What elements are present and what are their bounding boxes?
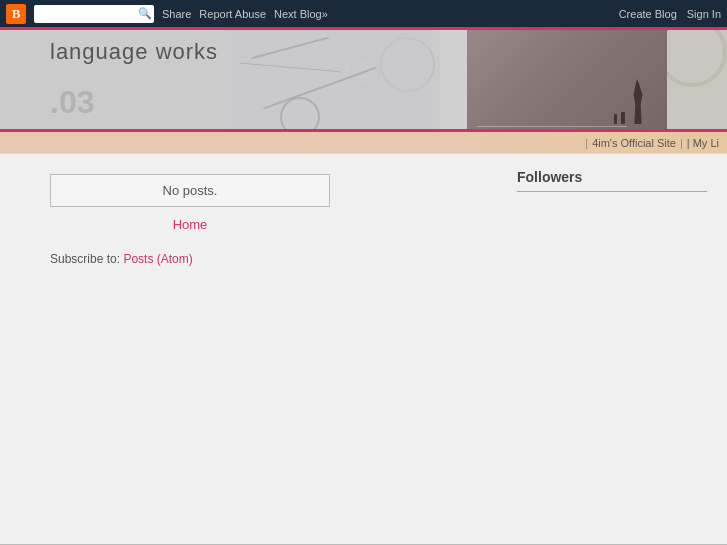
strip-link-1[interactable]: 4im's Official Site: [592, 137, 676, 149]
header-number: .03: [50, 84, 94, 121]
deco-circle-3: [280, 97, 320, 132]
no-posts-box: No posts.: [50, 174, 330, 207]
blog-header: language works .03: [0, 27, 727, 132]
subscribe-line: Subscribe to: Posts (Atom): [50, 252, 467, 266]
followers-divider: [517, 191, 707, 192]
strip-sep-2: |: [680, 137, 683, 149]
deco-gear-circle: [667, 27, 727, 87]
no-posts-text: No posts.: [163, 183, 218, 198]
ground-line: [477, 126, 627, 127]
subscribe-link[interactable]: Posts (Atom): [123, 252, 192, 266]
header-photo: [467, 27, 667, 132]
home-link[interactable]: Home: [50, 217, 330, 232]
blogger-logo-letter: B: [12, 6, 21, 22]
color-strip: | 4im's Official Site | | My Li: [0, 132, 727, 154]
subscribe-prefix: Subscribe to:: [50, 252, 123, 266]
blog-title: language works: [50, 39, 218, 65]
deco-map: [230, 27, 430, 132]
header-photo-inner: [467, 27, 667, 132]
strip-sep-1: |: [585, 137, 588, 149]
navbar: B 🔍 Share Report Abuse Next Blog» Create…: [0, 0, 727, 27]
nav-right: Create Blog Sign In: [619, 8, 721, 20]
next-blog-link[interactable]: Next Blog»: [274, 8, 328, 20]
header-photo-area: [467, 27, 727, 132]
header-top-strip: [0, 27, 727, 30]
sign-in-link[interactable]: Sign In: [687, 8, 721, 20]
header-right-deco: [667, 27, 727, 132]
share-link[interactable]: Share: [162, 8, 191, 20]
person-2: [614, 114, 617, 124]
blogger-logo[interactable]: B: [6, 4, 26, 24]
deco-line-3: [263, 67, 376, 110]
strip-link-2[interactable]: | My Li: [687, 137, 719, 149]
statue-silhouette: [629, 79, 647, 124]
person-1: [621, 112, 625, 124]
create-blog-link[interactable]: Create Blog: [619, 8, 677, 20]
search-input[interactable]: [38, 6, 138, 22]
main-wrap: No posts. Home Subscribe to: Posts (Atom…: [0, 154, 727, 544]
search-icon[interactable]: 🔍: [138, 7, 152, 20]
sidebar: Followers: [497, 154, 727, 544]
followers-title: Followers: [517, 169, 707, 185]
deco-line-2: [240, 63, 340, 73]
deco-line-1: [251, 37, 329, 60]
report-abuse-link[interactable]: Report Abuse: [199, 8, 266, 20]
main-col: No posts. Home Subscribe to: Posts (Atom…: [0, 154, 497, 544]
search-form: 🔍: [34, 5, 154, 23]
